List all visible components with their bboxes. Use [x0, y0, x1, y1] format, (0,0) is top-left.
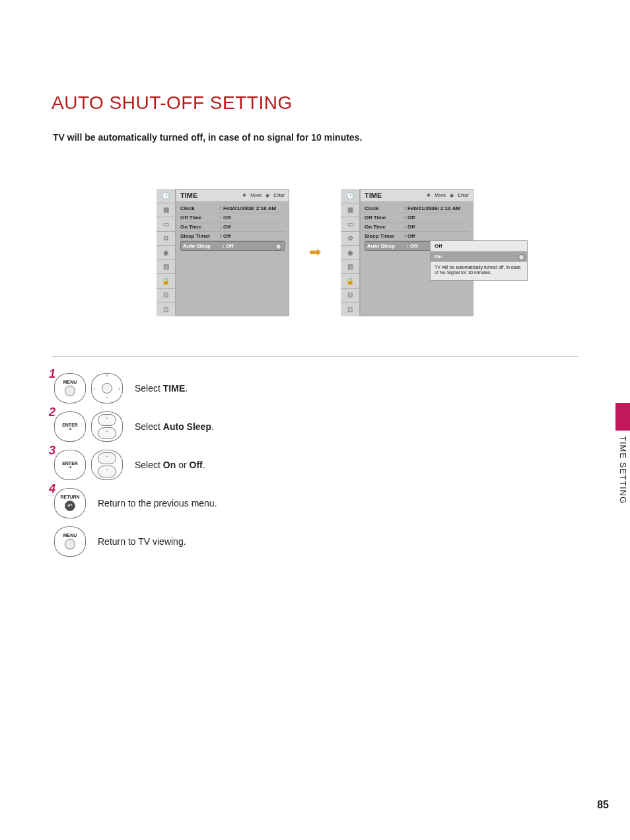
menu-value: : Off: [407, 243, 417, 249]
osd-screen-right: 🕑 ▦ ▭ ⚙ ◉ ▧ 🔒 ⊟ ⊡ TIME ✥ Move ◉ Enter: [341, 189, 473, 316]
popup-option-on-label: On: [435, 254, 442, 260]
menu-label: On Time: [365, 224, 404, 230]
audio-icon: ◉: [157, 246, 175, 260]
usb-icon: ⊡: [341, 302, 359, 316]
page-title: AUTO SHUT-OFF SETTING: [52, 92, 578, 114]
picture-icon: ▦: [157, 203, 175, 218]
menu-value: : Off: [220, 215, 230, 221]
return-button-label: RETURN: [60, 495, 79, 499]
step-3: 3 ENTER ˄ ˅ Select On or Off.: [52, 449, 578, 481]
menu-label: Auto Sleep: [183, 243, 223, 249]
menu-label: On Time: [180, 224, 220, 230]
menu-label: Clock: [180, 205, 220, 211]
step-number: 3: [49, 444, 55, 458]
lock-icon: 🔒: [157, 274, 175, 289]
osd-panel-title: TIME: [180, 192, 197, 199]
picture-icon: ▦: [341, 203, 359, 218]
steps-list: 1 MENU ˄ ˅ ‹ › Select TIME. 2 ENTER ˄: [52, 372, 578, 557]
section-vertical-label: TIME SETTING: [615, 436, 630, 515]
enter-button[interactable]: ENTER: [54, 450, 86, 480]
osd-panel-title: TIME: [365, 192, 382, 199]
chevron-down-icon: ˅: [98, 427, 116, 439]
divider: [52, 356, 578, 357]
step-number: 4: [49, 482, 55, 496]
step-text: Select On or Off.: [135, 460, 205, 470]
menu-label: Sleep Timer: [365, 233, 404, 239]
input-icon: ⊟: [157, 289, 175, 303]
step-1: 1 MENU ˄ ˅ ‹ › Select TIME.: [52, 372, 578, 404]
arrow-right-icon: ➡: [309, 244, 321, 261]
button-inner-circle-icon: [65, 386, 75, 396]
display-icon: ▭: [341, 217, 359, 232]
page-number: 85: [597, 799, 609, 811]
menu-row-sleeptimer[interactable]: Sleep Timer : Off: [365, 232, 469, 241]
chevron-right-icon: ›: [118, 385, 120, 391]
dpad-updown-button[interactable]: ˄ ˅: [91, 450, 123, 480]
return-button[interactable]: RETURN: [54, 488, 86, 518]
menu-value: : Off: [404, 224, 415, 230]
lock-icon: 🔒: [341, 274, 359, 289]
menu-value: : Feb/21/2008/ 2:10 AM: [404, 205, 460, 211]
enter-button[interactable]: ENTER: [54, 411, 86, 442]
menu-row-offtime[interactable]: Off Time : Off: [365, 213, 469, 223]
step-number: 2: [49, 405, 55, 419]
menu-value: : Off: [223, 243, 233, 249]
dpad-updown-button[interactable]: ˄ ˅: [91, 411, 123, 442]
menu-value: : Off: [220, 224, 230, 230]
popup-option-on-selected[interactable]: On: [431, 252, 527, 262]
menu-label: Clock: [365, 205, 404, 211]
step-text: Return to TV viewing.: [98, 536, 186, 547]
step-2: 2 ENTER ˄ ˅ Select Auto Sleep.: [52, 411, 578, 442]
menu-row-ontime[interactable]: On Time : Off: [365, 223, 469, 232]
chevron-up-icon: ˄: [98, 414, 116, 426]
input-icon: ⊟: [341, 289, 359, 303]
time-icon: 🕑: [341, 189, 359, 203]
chevron-left-icon: ‹: [94, 385, 96, 391]
move-hint: Move: [435, 193, 446, 198]
usb-icon: ⊡: [157, 302, 175, 316]
enter-dot-icon: ◉: [450, 193, 454, 198]
menu-button-label: MENU: [63, 380, 77, 384]
popup-option-off[interactable]: Off: [431, 241, 527, 252]
osd-screen-left: 🕑 ▦ ▭ ⚙ ◉ ▧ 🔒 ⊟ ⊡ TIME ✥ Move ◉ Enter: [157, 189, 289, 316]
settings-icon: ⚙: [341, 232, 359, 246]
page-subtitle: TV will be automatically turned off, in …: [53, 132, 578, 143]
menu-row-ontime[interactable]: On Time : Off: [180, 223, 285, 232]
enter-dot-icon: ◉: [265, 193, 269, 198]
menu-row-autosleep-selected[interactable]: Auto Sleep : Off: [180, 241, 285, 251]
time-icon: 🕑: [157, 189, 175, 203]
menu-button[interactable]: MENU: [54, 373, 86, 403]
dpad-button[interactable]: ˄ ˅ ‹ ›: [91, 373, 123, 403]
osd-panel-title-row: TIME ✥ Move ◉ Enter: [361, 190, 473, 202]
menu-row-sleeptimer[interactable]: Sleep Timer : Off: [180, 232, 285, 241]
menu-label: Off Time: [365, 215, 404, 221]
move-hint: Move: [250, 193, 262, 198]
step-text: Return to the previous menu.: [98, 498, 217, 508]
return-icon: [65, 501, 75, 511]
enter-hint: Enter: [273, 193, 285, 198]
menu-value: : Off: [404, 233, 415, 239]
menu-value: : Off: [220, 233, 230, 239]
dpad-hint-icon: ✥: [427, 193, 431, 198]
chevron-up-icon: ˄: [98, 452, 116, 464]
chevron-down-icon: ˅: [98, 466, 116, 477]
menu-value: : Feb/21/2008/ 2:10 AM: [220, 205, 276, 211]
dpad-hint-icon: ✥: [242, 193, 246, 198]
menu-button-label: MENU: [63, 533, 77, 538]
chevron-down-icon: ˅: [106, 396, 108, 402]
osd-sidebar: 🕑 ▦ ▭ ⚙ ◉ ▧ 🔒 ⊟ ⊡: [157, 189, 176, 316]
osd-panel-title-row: TIME ✥ Move ◉ Enter: [176, 190, 289, 202]
menu-value: : Off: [404, 215, 415, 221]
enter-button-label: ENTER: [62, 423, 78, 427]
menu-row-clock[interactable]: Clock : Feb/21/2008/ 2:10 AM: [180, 204, 285, 213]
menu-button[interactable]: MENU: [54, 526, 86, 557]
settings-icon: ⚙: [157, 232, 175, 246]
enter-dot-icon: [69, 428, 71, 430]
osd-main-panel: TIME ✥ Move ◉ Enter Clock : Feb/21/2008/…: [176, 189, 289, 316]
menu-row-offtime[interactable]: Off Time : Off: [180, 213, 285, 223]
menu-row-clock[interactable]: Clock : Feb/21/2008/ 2:10 AM: [365, 204, 469, 213]
clock-icon: ▧: [157, 260, 175, 275]
enter-hint: Enter: [458, 193, 469, 198]
section-tab: [615, 403, 630, 431]
button-inner-circle-icon: [65, 539, 75, 549]
